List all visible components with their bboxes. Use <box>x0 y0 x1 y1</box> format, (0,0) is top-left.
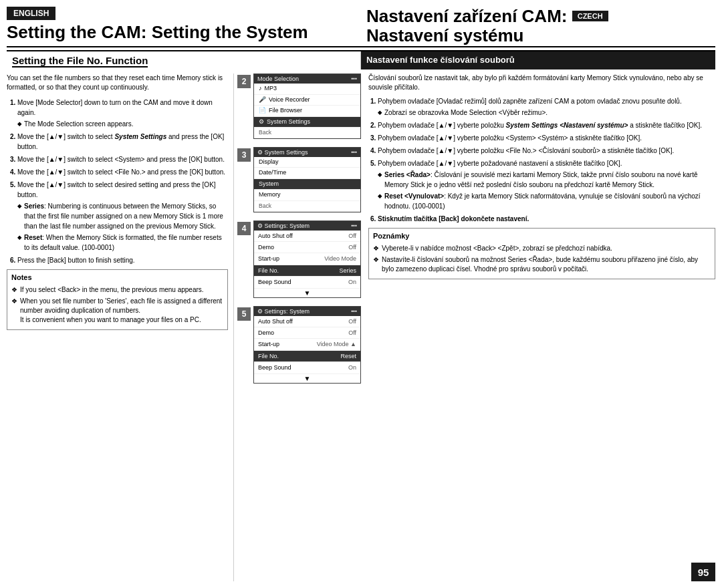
section-title-left: Setting the File No. Function <box>12 55 148 67</box>
screen-3-display: Display <box>254 157 360 168</box>
screen-3-datetime: Date/Time <box>254 168 360 179</box>
notes-title: Notes <box>11 273 223 283</box>
screen-4-startup: Start-upVideo Mode <box>254 253 360 265</box>
steps-right: Pohybem ovladače [Ovladač režimů] dolů z… <box>368 96 715 224</box>
screen-3-block: 3 ⚙ System Settings ▪▪▪ Display Date/Tim… <box>237 147 361 212</box>
step-5-circle: 5 <box>237 307 251 321</box>
step-3-circle: 3 <box>237 148 251 162</box>
screen-2-block: 2 Mode Selection ▪▪▪ ♪MP3 🎤Voice Recorde… <box>237 74 361 139</box>
step-2: Move the [▲/▼] switch to select System S… <box>17 132 228 152</box>
left-column: You can set the file numbers so that the… <box>7 74 234 581</box>
section-header-right: Nastavení funkce číslování souborů <box>361 51 715 69</box>
czech-badge: CZECH <box>572 11 608 21</box>
step-3: Move the [▲/▼] switch to select <System>… <box>17 154 228 164</box>
step-4-circle: 4 <box>237 222 251 235</box>
screen-2-title: Mode Selection ▪▪▪ <box>254 74 360 84</box>
screen-2-row-voice: 🎤Voice Recorder <box>254 95 360 106</box>
main-title-right: Nastavení zařízení CAM: CZECH <box>366 7 608 26</box>
screen-3-title: ⚙ System Settings ▪▪▪ <box>254 148 360 157</box>
poznamky-title: Poznámky <box>373 231 711 241</box>
main-content: You can set the file numbers so that the… <box>7 74 715 581</box>
step-r3: Pohybem ovladače [▲/▼] vyberte položku <… <box>378 133 715 143</box>
section-title-right: Nastavení funkce číslování souborů <box>366 55 710 65</box>
note-1-text: If you select <Back> in the menu, the pr… <box>20 285 204 295</box>
poznamka-1-text: Vyberete-li v nabídce možnost <Back> <Zp… <box>382 244 612 253</box>
center-screens-panel: 2 Mode Selection ▪▪▪ ♪MP3 🎤Voice Recorde… <box>234 74 364 581</box>
page: ENGLISH Setting the CAM: Setting the Sys… <box>0 0 722 588</box>
step-r2: Pohybem ovladače [▲/▼] vyberte položku S… <box>378 120 715 130</box>
screen-5-title: ⚙ Settings: System ▪▪▪ <box>254 307 360 316</box>
screen-5-fileno-selected: File No.Reset <box>254 351 360 362</box>
screen-3-system-selected: System <box>254 179 360 190</box>
notes-box: Notes ❖ If you select <Back> in the menu… <box>7 269 228 329</box>
steps-left: Move [Mode Selector] down to turn on the… <box>7 98 228 265</box>
step-2-circle: 2 <box>237 75 251 88</box>
step-4: Move the [▲/▼] switch to select <File No… <box>17 167 228 177</box>
poznamka-2-text: Nastavíte-li číslování souborů na možnos… <box>382 255 711 274</box>
step-r1: Pohybem ovladače [Ovladač režimů] dolů z… <box>378 96 715 118</box>
page-number: 95 <box>691 563 715 581</box>
right-column: Číslování souborů lze nastavit tak, aby … <box>364 74 715 581</box>
screen-2-row-system-selected: ⚙System Settings <box>254 117 360 128</box>
step-6: Press the [Back] button to finish settin… <box>17 255 228 265</box>
header-left: ENGLISH Setting the CAM: Setting the Sys… <box>7 7 361 45</box>
intro-right: Číslování souborů lze nastavit tak, aby … <box>368 74 715 92</box>
screen-3-back: Back <box>254 201 360 212</box>
step-r6: Stisknutím tlačítka [Back] dokončete nas… <box>378 214 715 224</box>
screen-2-row-back: Back <box>254 128 360 138</box>
screen-4-beep: Beep SoundOn <box>254 277 360 288</box>
english-badge: ENGLISH <box>7 7 55 20</box>
step-r5: Pohybem ovladače [▲/▼] vyberte požadovan… <box>378 158 715 211</box>
step-r5-bullet-reset: Reset <Vynulovat>: Když je karta Memory … <box>378 191 715 211</box>
screen-2: Mode Selection ▪▪▪ ♪MP3 🎤Voice Recorder … <box>253 74 361 139</box>
header-row: ENGLISH Setting the CAM: Setting the Sys… <box>7 7 715 45</box>
poznamka-2: ❖ Nastavíte-li číslování souborů na možn… <box>373 255 711 274</box>
step-1-bullet: The Mode Selection screen appears. <box>17 119 228 129</box>
main-title-right-2: Nastavení systému <box>366 26 608 45</box>
screen-2-row-file: 📄File Browser <box>254 106 360 117</box>
step-r1-bullet: Zobrazí se obrazovka Mode Selection <Výb… <box>378 108 715 118</box>
screen-4-demo: DemoOff <box>254 242 360 253</box>
note-2: ❖ When you set file number to 'Series', … <box>11 297 223 325</box>
step-r4: Pohybem ovladače [▲/▼] vyberte položku <… <box>378 146 715 156</box>
poznamka-1: ❖ Vyberete-li v nabídce možnost <Back> <… <box>373 244 711 253</box>
section-header-left: Setting the File No. Function <box>7 51 361 69</box>
screen-4: ⚙ Settings: System ▪▪▪ Auto Shut offOff … <box>253 220 361 298</box>
header-right: Nastavení zařízení CAM: CZECH Nastavení … <box>361 7 715 45</box>
main-title-left: Setting the CAM: Setting the System <box>7 23 361 42</box>
screen-4-block: 4 ⚙ Settings: System ▪▪▪ Auto Shut offOf… <box>237 220 361 298</box>
step-r5-bullet-series: Series <Řada>: Číslování je souvislé mez… <box>378 170 715 190</box>
header-divider <box>7 46 715 47</box>
step-1: Move [Mode Selector] down to turn on the… <box>17 98 228 129</box>
note-1: ❖ If you select <Back> in the menu, the … <box>11 285 223 295</box>
note-2-text: When you set file number to 'Series', ea… <box>20 297 223 325</box>
screen-3-memory: Memory <box>254 190 360 201</box>
screen-5-autoshutoff: Auto Shut offOff <box>254 316 360 327</box>
screen-4-autoshutoff: Auto Shut offOff <box>254 231 360 242</box>
screen-4-fileno-selected: File No.Series <box>254 265 360 277</box>
screen-3: ⚙ System Settings ▪▪▪ Display Date/Time … <box>253 147 361 212</box>
poznamky-box: Poznámky ❖ Vyberete-li v nabídce možnost… <box>368 228 715 279</box>
step-5-bullet-reset: Reset: When the Memory Stick is formatte… <box>17 233 228 253</box>
intro-left: You can set the file numbers so that the… <box>7 74 228 92</box>
screen-5-startup: Start-upVideo Mode ▲ <box>254 339 360 350</box>
screen-4-title: ⚙ Settings: System ▪▪▪ <box>254 221 360 231</box>
screen-5-block: 5 ⚙ Settings: System ▪▪▪ Auto Shut offOf… <box>237 306 361 384</box>
screen-5: ⚙ Settings: System ▪▪▪ Auto Shut offOff … <box>253 306 361 384</box>
screen-2-row-mp3: ♪MP3 <box>254 84 360 95</box>
step-5: Move the [▲/▼] switch to select desired … <box>17 180 228 253</box>
screen-5-demo: DemoOff <box>254 327 360 339</box>
step-5-bullet-series: Series: Numbering is continuous between … <box>17 201 228 231</box>
section-headers: Setting the File No. Function Nastavení … <box>7 50 715 69</box>
screen-5-beep: Beep SoundOn <box>254 362 360 374</box>
